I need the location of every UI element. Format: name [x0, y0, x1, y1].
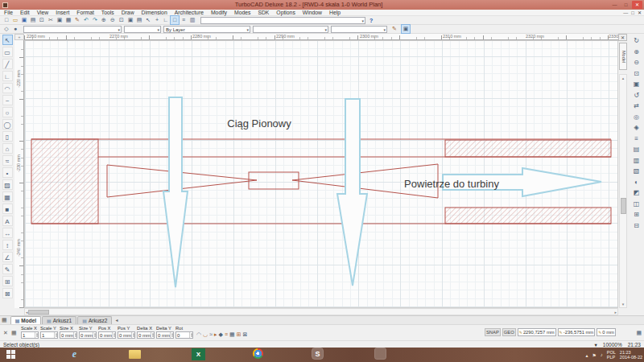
zoom-in-icon[interactable]: ⊕ [100, 16, 108, 24]
menu-item[interactable]: Help [329, 10, 341, 15]
layer-combo[interactable] [253, 26, 328, 33]
brush-style-icon[interactable]: ▣ [402, 25, 410, 33]
zoom-window-icon[interactable]: ⊡ [118, 16, 126, 24]
tray-expand-icon[interactable]: ▴ [585, 352, 588, 358]
skype-icon[interactable]: S [312, 348, 323, 359]
redo-icon[interactable]: ↷ [91, 16, 99, 24]
group-icon[interactable]: ⊞ [2, 276, 13, 286]
grid-toggle-icon[interactable]: ▦ [11, 330, 17, 336]
field-input[interactable]: 0 mm [60, 331, 77, 339]
sheet-tab[interactable]: Arkusz1 [42, 316, 76, 324]
erase-icon[interactable]: ▭ [2, 47, 13, 57]
circle-icon[interactable]: ○ [2, 107, 13, 117]
menu-item[interactable]: Draw [122, 10, 134, 15]
node-edit-icon[interactable]: ◆ [219, 331, 223, 338]
ruler-origin-button[interactable]: + [14, 34, 24, 40]
remove-icon[interactable]: ⊠ [243, 331, 248, 338]
label-powietrze-do-turbiny[interactable]: Powietrze do turbiny [404, 178, 499, 190]
plugins-icon[interactable]: ⊟ [631, 220, 642, 231]
explode-icon[interactable]: ⊠ [2, 288, 13, 298]
list-icon[interactable]: ≡ [225, 331, 228, 338]
spinner[interactable] [54, 332, 57, 338]
pen-color-combo[interactable]: By Layer [163, 26, 250, 33]
zoom-out-icon[interactable]: ⊖ [631, 57, 642, 68]
coordinate-z-field[interactable]: ✎0 mm [597, 328, 616, 336]
field-input[interactable]: 0 mm [79, 331, 97, 339]
field-input[interactable]: 0 [175, 331, 193, 339]
run-icon[interactable]: ▸ [214, 331, 217, 338]
linetype-combo[interactable] [331, 26, 387, 33]
explorer-icon[interactable] [129, 350, 141, 359]
zoom-out-icon[interactable]: ⊖ [109, 16, 117, 24]
ie-icon[interactable]: e [68, 348, 81, 360]
minimize-button[interactable]: — [609, 1, 620, 9]
hidden-line-icon[interactable]: ▥ [631, 155, 642, 166]
tray-volume-icon[interactable]: ♪ [601, 352, 603, 357]
field-input[interactable]: 0 mm [98, 331, 116, 339]
undo-icon[interactable]: ↶ [82, 16, 90, 24]
property-set-icon[interactable]: ◇ [2, 25, 10, 33]
copy-icon[interactable]: ▣ [56, 16, 64, 24]
spinner[interactable] [131, 332, 134, 338]
line-icon[interactable]: ╱ [2, 59, 13, 69]
snap-icon[interactable]: + [153, 16, 161, 24]
materials-icon[interactable]: ◩ [631, 187, 642, 198]
dimension-horizontal-icon[interactable]: ↔ [2, 228, 13, 238]
select-icon[interactable]: ↖ [2, 35, 13, 45]
mdi-restore-button[interactable]: □ [631, 10, 634, 16]
pan-icon[interactable]: ⇄ [631, 101, 642, 111]
menu-item[interactable]: Tools [101, 10, 114, 15]
paste-icon[interactable]: ▦ [64, 16, 72, 24]
coordinate-y-field[interactable]: ✎-236,5751 mm [558, 328, 596, 336]
zoom-extents-icon[interactable]: ▣ [126, 16, 134, 24]
start-button[interactable] [5, 348, 19, 360]
taskbar-clock[interactable]: 21:23 2014-08-22 [620, 350, 642, 360]
spinner[interactable] [170, 332, 173, 338]
style-combo[interactable] [23, 26, 122, 33]
zoom-in-icon[interactable]: ⊕ [631, 47, 642, 57]
angle-dimension-icon[interactable]: ∠ [2, 252, 13, 262]
menu-item[interactable]: Options [276, 10, 295, 15]
viewport-model-tab[interactable]: Model [619, 43, 627, 70]
menu-item[interactable]: View [37, 10, 49, 15]
ortho-icon[interactable]: ∟ [162, 16, 170, 24]
ellipse-icon[interactable]: ◯ [2, 119, 13, 130]
spline-edit-icon[interactable]: ≈ [209, 331, 213, 338]
tab-scroll-left-icon[interactable]: ◂ [115, 316, 118, 324]
redraw-icon[interactable]: ↻ [631, 35, 642, 46]
coordinate-x-field[interactable]: ✎2290,7257 mm [518, 328, 556, 336]
drawing-canvas[interactable]: Ciąg Pionowy Powietrze do turbiny [24, 40, 618, 308]
orbit-icon[interactable]: ◎ [631, 112, 642, 122]
arc-icon[interactable]: ◠ [2, 83, 13, 93]
horizontal-scroll-thumb[interactable] [28, 310, 49, 315]
edit-tool-icon[interactable]: ✎ [2, 264, 13, 274]
chrome-icon[interactable] [253, 348, 263, 359]
vertical-flow-arrow-right[interactable] [337, 99, 367, 286]
spinner[interactable] [151, 332, 154, 338]
menu-item[interactable]: Architecture [175, 10, 204, 15]
cut-icon[interactable]: ✂ [47, 16, 55, 24]
properties-icon[interactable]: ≡ [180, 16, 188, 24]
excel-icon[interactable]: X [192, 348, 205, 360]
field-input[interactable]: 0 mm [156, 331, 174, 339]
context-help-icon[interactable]: ? [369, 18, 373, 23]
spinner[interactable] [73, 332, 76, 338]
walk-icon[interactable]: ≡ [631, 134, 642, 144]
language-indicator[interactable]: POL PLP [607, 350, 616, 360]
thickness-combo[interactable] [124, 26, 161, 33]
text-icon[interactable]: A [2, 216, 13, 226]
menu-item[interactable]: Modify [211, 10, 227, 15]
selection-mode-icon[interactable]: □ [171, 16, 179, 24]
lights-icon[interactable]: ◐ [631, 177, 642, 187]
spline-icon[interactable]: ≈ [2, 155, 13, 166]
vertical-scrollbar[interactable]: ▴ ▾ [619, 74, 627, 308]
polyline-icon[interactable]: ∟ [2, 71, 13, 81]
zoom-extents-icon[interactable]: ▣ [631, 79, 642, 89]
select-icon[interactable]: ↖ [144, 16, 152, 24]
field-input[interactable]: 0 mm [118, 331, 135, 339]
environment-icon[interactable]: ◫ [631, 199, 642, 209]
by-entity-icon[interactable]: ● [11, 25, 19, 33]
hatched-wall-bottom-right[interactable] [445, 208, 611, 224]
panel-icon[interactable]: ▦ [636, 330, 642, 336]
sheet-tab[interactable]: Model [10, 316, 41, 324]
